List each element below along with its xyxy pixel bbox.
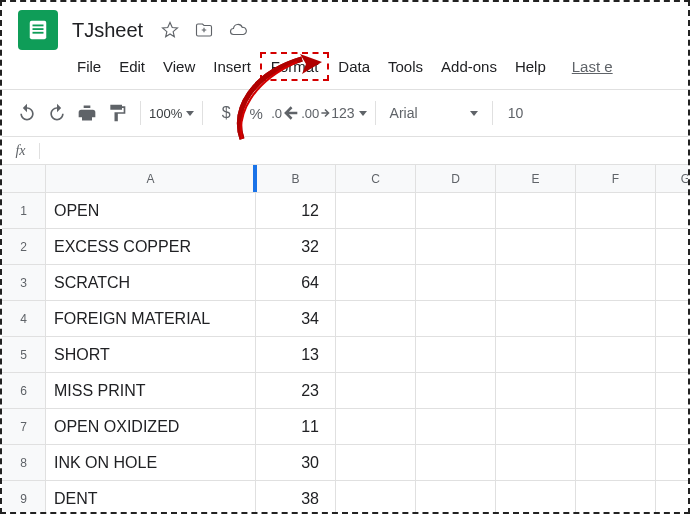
cell[interactable]: 34 bbox=[256, 301, 336, 337]
cell[interactable] bbox=[496, 373, 576, 409]
cell[interactable] bbox=[416, 301, 496, 337]
row-header[interactable]: 3 bbox=[2, 265, 46, 301]
menu-edit[interactable]: Edit bbox=[110, 54, 154, 79]
cell[interactable] bbox=[576, 301, 656, 337]
cell[interactable] bbox=[496, 445, 576, 481]
document-title[interactable]: TJsheet bbox=[72, 19, 143, 42]
redo-button[interactable] bbox=[42, 98, 72, 128]
cell[interactable] bbox=[336, 337, 416, 373]
sheets-logo[interactable] bbox=[18, 10, 58, 50]
cell[interactable]: DENT bbox=[46, 481, 256, 514]
cell[interactable]: SHORT bbox=[46, 337, 256, 373]
menu-format[interactable]: Format bbox=[260, 52, 330, 81]
row-header[interactable]: 2 bbox=[2, 229, 46, 265]
cell[interactable] bbox=[576, 193, 656, 229]
decrease-decimal-button[interactable]: .0 bbox=[271, 98, 301, 128]
cell[interactable] bbox=[336, 373, 416, 409]
cell[interactable]: 23 bbox=[256, 373, 336, 409]
cell[interactable] bbox=[656, 445, 690, 481]
cell[interactable]: 64 bbox=[256, 265, 336, 301]
cell[interactable] bbox=[416, 445, 496, 481]
cell[interactable]: OPEN bbox=[46, 193, 256, 229]
cloud-status-icon[interactable] bbox=[227, 19, 249, 41]
font-select[interactable]: Arial bbox=[384, 105, 484, 121]
cell[interactable] bbox=[336, 301, 416, 337]
menu-addons[interactable]: Add-ons bbox=[432, 54, 506, 79]
cell[interactable] bbox=[656, 193, 690, 229]
cell[interactable]: 32 bbox=[256, 229, 336, 265]
cell[interactable] bbox=[576, 337, 656, 373]
row-header[interactable]: 6 bbox=[2, 373, 46, 409]
cell[interactable] bbox=[576, 229, 656, 265]
cell[interactable]: INK ON HOLE bbox=[46, 445, 256, 481]
select-all-corner[interactable] bbox=[2, 165, 46, 193]
cell[interactable] bbox=[496, 265, 576, 301]
cell[interactable] bbox=[656, 337, 690, 373]
menu-insert[interactable]: Insert bbox=[204, 54, 260, 79]
cell[interactable]: 12 bbox=[256, 193, 336, 229]
menu-file[interactable]: File bbox=[68, 54, 110, 79]
paint-format-button[interactable] bbox=[102, 98, 132, 128]
cell[interactable]: SCRATCH bbox=[46, 265, 256, 301]
row-header[interactable]: 5 bbox=[2, 337, 46, 373]
zoom-select[interactable]: 100% bbox=[149, 106, 194, 121]
cell[interactable] bbox=[336, 265, 416, 301]
cell[interactable] bbox=[336, 409, 416, 445]
cell[interactable] bbox=[496, 481, 576, 514]
cell[interactable] bbox=[496, 301, 576, 337]
col-header-c[interactable]: C bbox=[336, 165, 416, 193]
row-header[interactable]: 7 bbox=[2, 409, 46, 445]
spreadsheet-grid[interactable]: A B C D E F G 1 OPEN 12 2 EXCESS COPPER … bbox=[2, 165, 688, 514]
cell[interactable]: OPEN OXIDIZED bbox=[46, 409, 256, 445]
row-header[interactable]: 4 bbox=[2, 301, 46, 337]
star-icon[interactable] bbox=[159, 19, 181, 41]
number-format-select[interactable]: 123 bbox=[331, 105, 366, 121]
last-edit-link[interactable]: Last e bbox=[563, 54, 622, 79]
col-header-a[interactable]: A bbox=[46, 165, 256, 193]
percent-button[interactable]: % bbox=[241, 98, 271, 128]
row-header[interactable]: 9 bbox=[2, 481, 46, 514]
cell[interactable] bbox=[416, 409, 496, 445]
menu-help[interactable]: Help bbox=[506, 54, 555, 79]
cell[interactable]: MISS PRINT bbox=[46, 373, 256, 409]
col-header-f[interactable]: F bbox=[576, 165, 656, 193]
cell[interactable] bbox=[656, 409, 690, 445]
increase-decimal-button[interactable]: .00 bbox=[301, 98, 331, 128]
menu-tools[interactable]: Tools bbox=[379, 54, 432, 79]
cell[interactable] bbox=[656, 301, 690, 337]
cell[interactable] bbox=[416, 229, 496, 265]
cell[interactable]: 11 bbox=[256, 409, 336, 445]
undo-button[interactable] bbox=[12, 98, 42, 128]
row-header[interactable]: 8 bbox=[2, 445, 46, 481]
cell[interactable]: EXCESS COPPER bbox=[46, 229, 256, 265]
cell[interactable] bbox=[656, 265, 690, 301]
cell[interactable] bbox=[576, 265, 656, 301]
cell[interactable]: 13 bbox=[256, 337, 336, 373]
cell[interactable] bbox=[336, 229, 416, 265]
cell[interactable] bbox=[576, 409, 656, 445]
cell[interactable] bbox=[416, 193, 496, 229]
cell[interactable]: 38 bbox=[256, 481, 336, 514]
cell[interactable] bbox=[496, 229, 576, 265]
row-header[interactable]: 1 bbox=[2, 193, 46, 229]
col-header-d[interactable]: D bbox=[416, 165, 496, 193]
cell[interactable] bbox=[576, 445, 656, 481]
menu-view[interactable]: View bbox=[154, 54, 204, 79]
cell[interactable] bbox=[416, 373, 496, 409]
print-button[interactable] bbox=[72, 98, 102, 128]
cell[interactable] bbox=[656, 373, 690, 409]
cell[interactable] bbox=[576, 373, 656, 409]
move-icon[interactable] bbox=[193, 19, 215, 41]
font-size-input[interactable]: 10 bbox=[501, 105, 531, 121]
cell[interactable] bbox=[496, 409, 576, 445]
col-header-e[interactable]: E bbox=[496, 165, 576, 193]
cell[interactable] bbox=[336, 481, 416, 514]
cell[interactable] bbox=[656, 481, 690, 514]
cell[interactable] bbox=[336, 193, 416, 229]
col-header-b[interactable]: B bbox=[256, 165, 336, 193]
cell[interactable] bbox=[656, 229, 690, 265]
cell[interactable]: FOREIGN MATERIAL bbox=[46, 301, 256, 337]
cell[interactable] bbox=[416, 337, 496, 373]
cell[interactable] bbox=[496, 193, 576, 229]
col-header-g[interactable]: G bbox=[656, 165, 690, 193]
